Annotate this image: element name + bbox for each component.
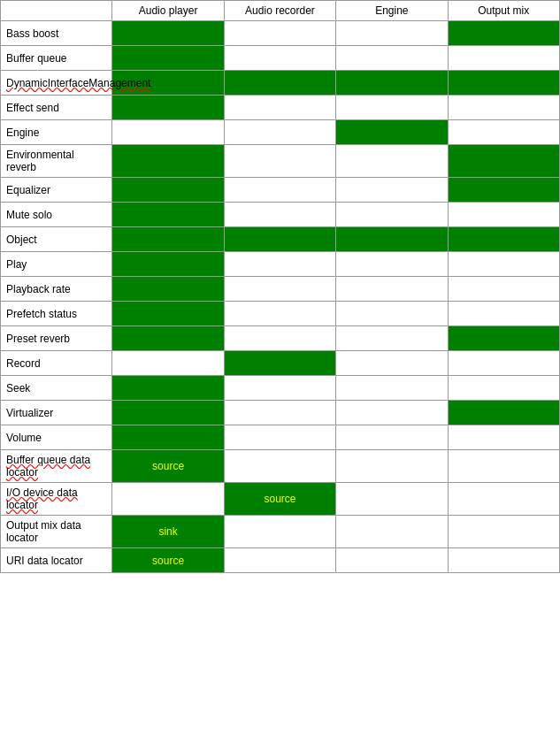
table-row: Record <box>1 351 560 376</box>
cell-r8-c2 <box>336 227 448 252</box>
cell-r5-c2 <box>336 145 448 178</box>
row-label: Mute solo <box>1 203 112 227</box>
table-row: Buffer queue data locatorsource <box>1 450 560 483</box>
cell-r9-c0 <box>112 252 224 277</box>
header-output-mix: Output mix <box>448 1 559 21</box>
table-row: Virtualizer <box>1 401 560 425</box>
row-label: Bass boost <box>1 21 112 46</box>
header-audio-player: Audio player <box>112 1 224 21</box>
cell-r11-c3 <box>448 302 559 326</box>
table-row: Engine <box>1 120 560 145</box>
cell-r11-c0 <box>112 302 224 326</box>
cell-r13-c3 <box>448 351 559 376</box>
cell-r15-c0 <box>112 401 224 425</box>
cell-r0-c0 <box>112 21 224 46</box>
cell-r9-c1 <box>224 252 335 277</box>
cell-r8-c1 <box>224 227 335 252</box>
cell-r20-c2 <box>336 548 448 573</box>
cell-r14-c1 <box>224 376 335 401</box>
row-label: Prefetch status <box>1 302 112 326</box>
cell-r14-c3 <box>448 376 559 401</box>
table-row: Environmental reverb <box>1 145 560 178</box>
cell-r9-c3 <box>448 252 559 277</box>
table-row: DynamicInterfaceManagement <box>1 71 560 96</box>
table-row: Buffer queue <box>1 46 560 71</box>
cell-r17-c2 <box>336 450 448 483</box>
cell-r5-c3 <box>448 145 559 178</box>
row-label: Engine <box>1 120 112 145</box>
cell-r18-c1: source <box>224 483 335 516</box>
cell-r12-c2 <box>336 326 448 351</box>
cell-r16-c3 <box>448 425 559 450</box>
cell-r20-c3 <box>448 548 559 573</box>
cell-r4-c3 <box>448 120 559 145</box>
cell-r2-c1 <box>224 71 335 96</box>
cell-r18-c0 <box>112 483 224 516</box>
row-label: Preset reverb <box>1 326 112 351</box>
cell-r20-c1 <box>224 548 335 573</box>
cell-r7-c2 <box>336 203 448 227</box>
cell-r5-c0 <box>112 145 224 178</box>
cell-r18-c2 <box>336 483 448 516</box>
cell-r9-c2 <box>336 252 448 277</box>
header-col1 <box>1 1 112 21</box>
row-label: Environmental reverb <box>1 145 112 178</box>
cell-r4-c2 <box>336 120 448 145</box>
header-audio-recorder: Audio recorder <box>224 1 335 21</box>
cell-r3-c3 <box>448 96 559 120</box>
table-row: Effect send <box>1 96 560 120</box>
cell-r13-c2 <box>336 351 448 376</box>
row-label: Volume <box>1 425 112 450</box>
row-label: Effect send <box>1 96 112 120</box>
cell-r0-c1 <box>224 21 335 46</box>
cell-r17-c1 <box>224 450 335 483</box>
cell-r1-c1 <box>224 46 335 71</box>
cell-r6-c1 <box>224 178 335 203</box>
row-label: Buffer queue <box>1 46 112 71</box>
cell-r11-c1 <box>224 302 335 326</box>
cell-r6-c0 <box>112 178 224 203</box>
cell-r5-c1 <box>224 145 335 178</box>
row-label: I/O device data locator <box>1 483 112 516</box>
cell-r7-c1 <box>224 203 335 227</box>
row-label: URI data locator <box>1 548 112 573</box>
cell-r13-c0 <box>112 351 224 376</box>
cell-r7-c0 <box>112 203 224 227</box>
cell-r12-c1 <box>224 326 335 351</box>
table-row: Equalizer <box>1 178 560 203</box>
table-row: Volume <box>1 425 560 450</box>
cell-r10-c2 <box>336 277 448 302</box>
cell-r20-c0: source <box>112 548 224 573</box>
cell-r13-c1 <box>224 351 335 376</box>
row-label: DynamicInterfaceManagement <box>1 71 112 96</box>
cell-r14-c2 <box>336 376 448 401</box>
row-label: Record <box>1 351 112 376</box>
table-row: Prefetch status <box>1 302 560 326</box>
cell-r1-c3 <box>448 46 559 71</box>
table-row: Playback rate <box>1 277 560 302</box>
row-label: Output mix data locator <box>1 516 112 548</box>
cell-r0-c3 <box>448 21 559 46</box>
cell-r2-c3 <box>448 71 559 96</box>
header-engine: Engine <box>336 1 448 21</box>
row-label: Seek <box>1 376 112 401</box>
cell-r15-c1 <box>224 401 335 425</box>
row-label: Play <box>1 252 112 277</box>
cell-r12-c0 <box>112 326 224 351</box>
table-row: Seek <box>1 376 560 401</box>
cell-r18-c3 <box>448 483 559 516</box>
cell-r15-c3 <box>448 401 559 425</box>
cell-r11-c2 <box>336 302 448 326</box>
cell-r2-c2 <box>336 71 448 96</box>
cell-r1-c2 <box>336 46 448 71</box>
cell-r3-c2 <box>336 96 448 120</box>
cell-r16-c1 <box>224 425 335 450</box>
cell-r6-c3 <box>448 178 559 203</box>
table-row: Output mix data locatorsink <box>1 516 560 548</box>
row-label: Object <box>1 227 112 252</box>
table-row: Bass boost <box>1 21 560 46</box>
cell-r17-c0: source <box>112 450 224 483</box>
cell-r10-c0 <box>112 277 224 302</box>
cell-r4-c0 <box>112 120 224 145</box>
cell-r16-c0 <box>112 425 224 450</box>
